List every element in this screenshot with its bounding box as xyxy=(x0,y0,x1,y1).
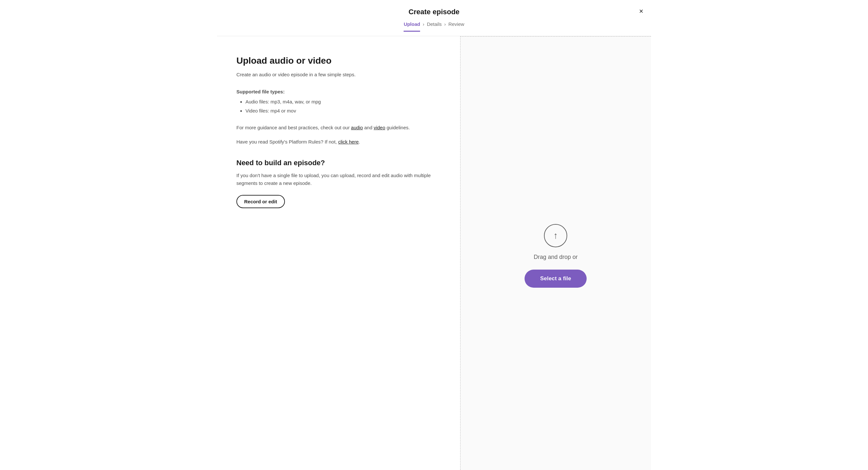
build-episode-description: If you don't have a single file to uploa… xyxy=(237,171,441,187)
main-content: Upload audio or video Create an audio or… xyxy=(217,36,651,470)
upload-title: Upload audio or video xyxy=(237,56,441,66)
platform-prefix: Have you read Spotify's Platform Rules? … xyxy=(237,139,338,145)
build-episode-title: Need to build an episode? xyxy=(237,159,441,167)
right-panel: ↑ Drag and drop or Select a file xyxy=(460,36,651,470)
file-type-video: Video files: mp4 or mov xyxy=(245,107,441,115)
upload-icon-circle: ↑ xyxy=(544,224,567,247)
upload-description: Create an audio or video episode in a fe… xyxy=(237,71,441,79)
guidance-suffix: guidelines. xyxy=(385,125,410,130)
platform-rules-text: Have you read Spotify's Platform Rules? … xyxy=(237,138,441,146)
platform-suffix: . xyxy=(359,139,360,145)
step-separator-2: › xyxy=(444,22,446,31)
file-type-audio: Audio files: mp3, m4a, wav, or mpg xyxy=(245,98,441,106)
step-upload-label[interactable]: Upload xyxy=(404,21,420,32)
select-file-button[interactable]: Select a file xyxy=(525,270,587,288)
modal-title: Create episode xyxy=(217,8,651,16)
video-guidelines-link[interactable]: video xyxy=(374,125,385,130)
file-types-list: Audio files: mp3, m4a, wav, or mpg Video… xyxy=(237,98,441,115)
platform-rules-link[interactable]: click here xyxy=(338,139,359,145)
audio-guidelines-link[interactable]: audio xyxy=(351,125,363,130)
step-review: Review xyxy=(448,21,464,31)
record-edit-button[interactable]: Record or edit xyxy=(237,195,285,208)
supported-files-label: Supported file types: xyxy=(237,89,441,94)
steps-navigation: Upload › Details › Review xyxy=(217,21,651,36)
step-details-label[interactable]: Details xyxy=(427,21,442,32)
guidance-prefix: For more guidance and best practices, ch… xyxy=(237,125,351,130)
modal-container: Create episode × Upload › Details › Revi… xyxy=(217,0,651,470)
step-details: Details xyxy=(427,21,442,31)
step-separator-1: › xyxy=(423,22,424,31)
guidance-middle: and xyxy=(363,125,374,130)
upload-arrow-icon: ↑ xyxy=(553,231,558,240)
guidance-text: For more guidance and best practices, ch… xyxy=(237,124,441,131)
close-button[interactable]: × xyxy=(639,8,643,15)
left-panel: Upload audio or video Create an audio or… xyxy=(217,36,460,470)
step-review-label[interactable]: Review xyxy=(448,21,464,32)
step-upload: Upload xyxy=(404,21,420,31)
modal-header: Create episode × Upload › Details › Revi… xyxy=(217,0,651,36)
drag-drop-text: Drag and drop or xyxy=(534,254,578,260)
